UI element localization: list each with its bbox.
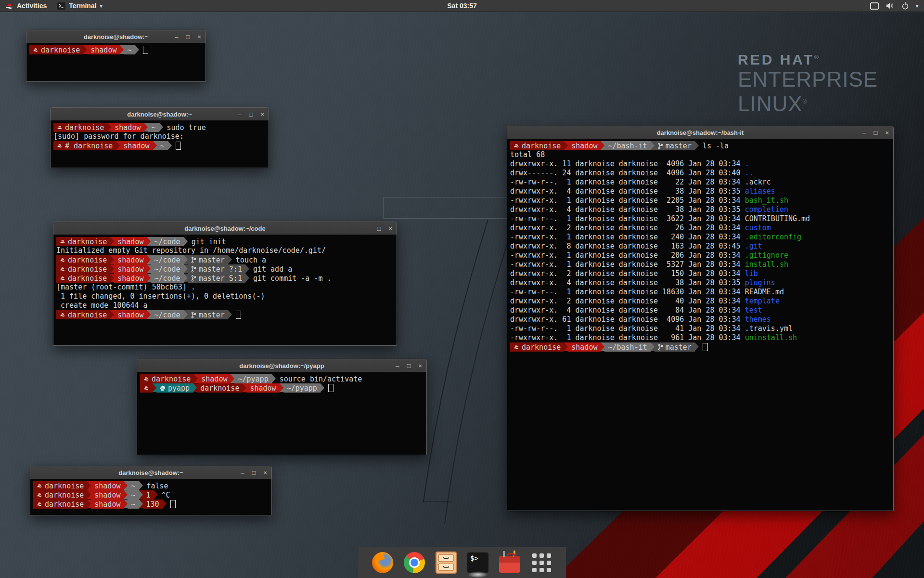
prompt-segment: darknoise [197, 383, 243, 393]
close-button[interactable]: × [260, 111, 264, 118]
prompt-segment: ~/bash-it [604, 141, 650, 150]
powerline-separator [116, 141, 120, 150]
maximize-button[interactable]: □ [249, 111, 253, 118]
terminal-body[interactable]: darknoiseshadow~/bash-itmasterls -latota… [507, 139, 893, 511]
file-name: . [745, 159, 749, 168]
terminal-window-sudo: darknoise@shadow:~ – □ × darknoiseshadow… [50, 107, 269, 168]
window-titlebar[interactable]: darknoise@shadow:~/bash-it – □ × [507, 126, 893, 139]
app-menu-terminal[interactable]: Terminal ▾ [52, 0, 107, 12]
terminal-output-line: -rwxrwxr-x. 1 darknoise darknoise 5327 J… [510, 260, 890, 269]
terminal-window-code: darknoise@shadow:~/code – □ × darknoises… [53, 222, 397, 346]
rhel-brand-logo: RED HAT® ENTERPRISE LINUX® [738, 49, 878, 115]
command-text: touch a [236, 256, 266, 264]
command-text: ls -la [703, 142, 729, 150]
file-name: uninstall.sh [745, 333, 797, 342]
redhat-icon [60, 276, 65, 281]
powerline-separator [228, 255, 232, 264]
window-icon[interactable] [870, 2, 879, 10]
terminal-prompt-line: darknoiseshadow~false [33, 481, 269, 490]
command-text: git add a [253, 265, 292, 274]
window-titlebar[interactable]: darknoise@shadow:~ – □ × [51, 108, 269, 121]
prompt-segment-text: ~/code [154, 256, 180, 264]
close-button[interactable]: × [197, 34, 201, 40]
prompt-segment: master [188, 255, 228, 264]
prompt-segment-text: ~ [127, 46, 131, 54]
prompt-segment-text: shadow [117, 311, 143, 319]
prompt-segment-text: 1 [146, 491, 151, 499]
window-titlebar[interactable]: darknoise@shadow:~ – □ × [26, 30, 205, 43]
prompt-segment-text: ~/code [154, 265, 180, 274]
window-title: darknoise@shadow:~ [118, 469, 183, 476]
close-button[interactable]: × [388, 225, 392, 232]
terminal-body[interactable]: darknoiseshadow~sudo true[sudo] password… [51, 120, 269, 168]
terminal-body[interactable]: darknoiseshadow~/pyappsource bin/activat… [137, 372, 426, 455]
file-name: CONTRIBUTING.md [745, 214, 810, 223]
prompt-segment-text: ~/pyapp [238, 375, 268, 383]
redhat-icon [60, 312, 65, 318]
redhat-icon [143, 376, 149, 382]
prompt-segment: shadow [568, 141, 601, 150]
powerline-separator [245, 274, 249, 282]
powerline-separator [193, 383, 197, 392]
terminal-output-line: drwxrwxr-x. 61 darknoise darknoise 4096 … [510, 315, 890, 324]
minimize-button[interactable]: – [238, 111, 241, 118]
redhat-icon [37, 483, 42, 489]
powerline-separator [139, 499, 143, 508]
minimize-button[interactable]: – [862, 130, 866, 136]
prompt-segment: shadow [111, 123, 144, 132]
maximize-button[interactable]: □ [252, 470, 256, 476]
minimize-button[interactable]: – [241, 470, 244, 476]
terminal-prompt-line: darknoiseshadow~/codemaster ?:1git add a [56, 264, 394, 274]
powerline-separator [87, 481, 91, 490]
terminal-prompt-line: darknoiseshadow~/codemastertouch a [56, 255, 394, 264]
close-button[interactable]: × [263, 470, 267, 476]
maximize-button[interactable]: □ [186, 34, 190, 40]
prompt-segment: shadow [114, 274, 147, 283]
terminal-body[interactable]: darknoiseshadow~falsedarknoiseshadow~1^C… [30, 479, 271, 515]
clock[interactable]: Sat 03:57 [447, 0, 476, 12]
close-button[interactable]: × [418, 363, 422, 369]
prompt-segment: darknoise [29, 45, 83, 54]
activities-button[interactable]: Activities [0, 0, 52, 12]
prompt-segment: 1 [143, 490, 154, 499]
file-name: themes [745, 315, 771, 324]
terminal-body[interactable]: darknoiseshadow~ [26, 43, 205, 81]
dock-item-terminal[interactable]: $> [467, 552, 489, 574]
redhat-icon [60, 266, 65, 272]
minimize-button[interactable]: – [175, 34, 178, 40]
close-button[interactable]: × [885, 130, 889, 136]
dock-item-chrome[interactable] [403, 552, 425, 574]
redhat-icon [33, 47, 38, 53]
powerline-separator [147, 274, 151, 282]
maximize-button[interactable]: □ [377, 225, 381, 232]
dock-item-files[interactable] [435, 552, 457, 574]
dock-item-toolbox[interactable] [499, 552, 521, 574]
minimize-button[interactable]: – [396, 363, 399, 369]
powerline-separator [651, 141, 654, 150]
volume-icon[interactable] [886, 2, 895, 10]
maximize-button[interactable]: □ [407, 363, 411, 369]
window-title: darknoise@shadow:~ [127, 111, 192, 118]
maximize-button[interactable]: □ [874, 130, 878, 136]
terminal-body[interactable]: darknoiseshadow~/codegit initInitialized… [53, 235, 397, 345]
window-titlebar[interactable]: darknoise@shadow:~/code – □ × [53, 222, 397, 235]
prompt-segment: master [654, 141, 695, 150]
output-text: Initialized empty Git repository in /hom… [56, 246, 326, 255]
minimize-button[interactable]: – [366, 225, 369, 232]
power-icon[interactable] [901, 2, 909, 10]
powerline-separator [184, 264, 188, 273]
prompt-segment-text: master [199, 256, 225, 264]
prompt-segment-text: darknoise [45, 482, 84, 490]
dock-item-firefox[interactable] [372, 552, 394, 574]
prompt-segment: shadow [91, 490, 124, 499]
prompt-segment-text: ~/pyapp [287, 384, 317, 393]
output-text: -rw-rw-r--. 1 darknoise darknoise 22 Jan… [510, 178, 745, 186]
powerline-separator [231, 374, 234, 383]
chevron-down-icon[interactable]: ▾ [916, 3, 918, 9]
prompt-segment-text: shadow [115, 123, 141, 132]
window-titlebar[interactable]: darknoise@shadow:~/pyapp – □ × [137, 359, 426, 372]
window-titlebar[interactable]: darknoise@shadow:~ – □ × [30, 466, 271, 479]
prompt-segment-text: darknoise [522, 142, 561, 150]
dock-item-app-grid[interactable] [530, 552, 552, 574]
terminal-cursor [236, 311, 241, 319]
